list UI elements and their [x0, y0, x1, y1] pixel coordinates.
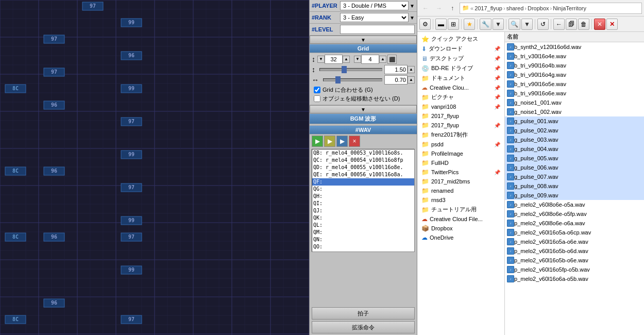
sidebar-tree-item[interactable]: ⭐クイック アクセス: [417, 34, 504, 44]
wav-list-item[interactable]: QG:: [312, 186, 414, 193]
sidebar-tree-item[interactable]: 📦Dropbox: [417, 224, 504, 233]
file-list-item[interactable]: ♪b_tri_v30l16o4e.wav: [505, 52, 644, 61]
file-list-item[interactable]: ♪b_tri_v90l16o6e.wav: [505, 89, 644, 98]
sidebar-tree-item[interactable]: 📁ドキュメント📌: [417, 73, 504, 83]
player-select[interactable]: 3 - Double / PMS: [340, 1, 409, 10]
close-x-btn[interactable]: ✕: [606, 19, 618, 30]
file-list-item[interactable]: ♪g_pulse_002.wav: [505, 126, 644, 135]
copy-btn[interactable]: 🗐: [566, 19, 577, 30]
file-list-item[interactable]: ♪b_tri_v90l16o5e.wav: [505, 79, 644, 89]
file-list-item[interactable]: ♪g_pulse_004.wav: [505, 144, 644, 154]
slider1-track[interactable]: [319, 68, 382, 71]
file-list-item[interactable]: ♪p_melo2_v60l8o6e-o5a.wav: [505, 200, 644, 209]
grid-num2-input[interactable]: [361, 55, 379, 64]
sidebar-tree-item[interactable]: 🖥デスクトップ📌: [417, 54, 504, 63]
search-dropdown-btn[interactable]: ▼: [521, 19, 533, 30]
sidebar-tree-item[interactable]: 📁TwitterPics📌: [417, 167, 504, 177]
prev-btn[interactable]: ←: [553, 19, 565, 30]
wav-list-item[interactable]: QP:: [312, 250, 414, 252]
file-list-item[interactable]: ♪g_noise1_002.wav: [505, 107, 644, 116]
wav-list-item[interactable]: QO:: [312, 243, 414, 250]
file-list-item[interactable]: ♪b_tri_v90l16o4g.wav: [505, 70, 644, 79]
file-list-item[interactable]: ♪p_melo2_v60l8o6e-o5fp.wav: [505, 209, 644, 219]
address-bar[interactable]: 📁 « 2017_flyup › shared › Dropbox › Ninj…: [460, 3, 642, 14]
sidebar-tree-item[interactable]: 📁2017_flyup📌: [417, 121, 504, 130]
slider2-track[interactable]: [323, 78, 382, 81]
hyoshi-btn[interactable]: 拍子: [312, 307, 415, 320]
refresh-btn[interactable]: ↺: [537, 19, 549, 30]
wav-list-item[interactable]: QI:: [312, 200, 414, 207]
kakucho-btn[interactable]: 拡張命令: [312, 321, 415, 333]
rank-select[interactable]: 3 - Easy: [340, 13, 409, 22]
slider2-value-input[interactable]: [384, 75, 408, 85]
wav-list-item[interactable]: QL:: [312, 222, 414, 229]
wav-list[interactable]: QB: r_melo4_00053_v100l16o8s.QC: r_melo4…: [312, 149, 415, 252]
nav-up-btn[interactable]: ↑: [446, 2, 459, 14]
grid-fullscreen-btn[interactable]: ⬛: [387, 55, 397, 64]
sidebar-tree-item[interactable]: 📁psdd📌: [417, 140, 504, 149]
wav-list-item[interactable]: QK:: [312, 214, 414, 222]
vertical-move-checkbox[interactable]: [314, 95, 320, 102]
collapse-btn-top[interactable]: ▼: [310, 36, 417, 44]
collapse-btn-middle[interactable]: ▼: [310, 105, 417, 113]
file-list-item[interactable]: ♪g_pulse_005.wav: [505, 154, 644, 163]
file-list-item[interactable]: ♪g_pulse_003.wav: [505, 135, 644, 144]
sidebar-tree-item[interactable]: 📁renamed: [417, 186, 504, 195]
settings-btn[interactable]: ⚙: [419, 19, 431, 30]
wav-play-btn[interactable]: ▶: [336, 136, 348, 147]
wav-list-item[interactable]: QD: r_melo4_00055_v100l16o8e.: [312, 164, 414, 171]
file-list-item[interactable]: ♪g_pulse_008.wav: [505, 181, 644, 191]
sidebar-tree-item[interactable]: 💿BD-RE ドライブ📌: [417, 63, 504, 73]
grid-num2-up-btn[interactable]: ▲: [379, 56, 386, 63]
tools-btn2[interactable]: ▼: [493, 19, 504, 30]
slider1-value-input[interactable]: [384, 65, 408, 74]
grid-num1-up-btn[interactable]: ▲: [343, 56, 350, 63]
file-list-item[interactable]: ♪p_melo2_v60l16o5a-o6cp.wav: [505, 228, 644, 237]
sidebar-tree-item[interactable]: 📁rnsd3: [417, 195, 504, 205]
sidebar-tree[interactable]: ⭐クイック アクセス⬇ダウンロード📌🖥デスクトップ📌💿BD-RE ドライブ📌📁ド…: [417, 32, 505, 335]
slider2-thumb[interactable]: [335, 76, 341, 83]
wav-up-btn[interactable]: ▶: [324, 136, 335, 147]
view-btn1[interactable]: ▬: [435, 19, 447, 30]
grid-num2-down-btn[interactable]: ▼: [354, 56, 361, 63]
wav-delete-btn[interactable]: ×: [349, 136, 360, 147]
sidebar-tree-item[interactable]: 📁ProfileImage: [417, 149, 504, 158]
slider2-up-btn[interactable]: ▲: [408, 76, 415, 83]
file-list-item[interactable]: ♪g_pulse_009.wav: [505, 191, 644, 200]
wav-list-item[interactable]: QH:: [312, 193, 414, 200]
sidebar-tree-item[interactable]: 📁ピクチャ📌: [417, 92, 504, 102]
slider1-thumb[interactable]: [342, 66, 347, 73]
sidebar-tree-item[interactable]: ☁Creative Cloud File...: [417, 214, 504, 224]
nav-back-btn[interactable]: ←: [419, 2, 432, 14]
file-list-item[interactable]: ♪p_melo2_v60l16o6a-o5b.wav: [505, 274, 644, 283]
file-list-item[interactable]: ♪p_melo2_v60l16o5a-o6e.wav: [505, 237, 644, 246]
file-list-item[interactable]: ♪b_tri_v90l16o4b.wav: [505, 61, 644, 70]
grid-canvas[interactable]: [0, 0, 309, 335]
file-list-item[interactable]: ♪p_melo2_v60l8o6e-o6a.wav: [505, 219, 644, 228]
slider1-up-btn[interactable]: ▲: [408, 66, 415, 73]
sidebar-tree-item[interactable]: 📁FullHD: [417, 158, 504, 167]
file-list-item[interactable]: ♪g_noise1_001.wav: [505, 98, 644, 107]
wav-add-btn[interactable]: ▶: [312, 136, 323, 147]
wav-list-item[interactable]: QE: r_melo4_00056_v100l16o8a.: [312, 171, 414, 178]
tools-btn1[interactable]: 🔧: [480, 19, 492, 30]
file-list-item[interactable]: ♪p_melo2_v60l16o5b-o6e.wav: [505, 256, 644, 265]
sidebar-tree-item[interactable]: 📁2017_flyup: [417, 111, 504, 121]
sidebar-tree-item[interactable]: ☁Creative Clou...📌: [417, 83, 504, 92]
sidebar-tree-item[interactable]: 📁2017_mid2bms: [417, 177, 504, 186]
wav-list-item[interactable]: QC: r_melo4_00054_v100l16o8fp: [312, 157, 414, 164]
file-list-item[interactable]: ♪p_melo2_v60l16o5b-o6d.wav: [505, 246, 644, 256]
wav-list-item[interactable]: QB: r_melo4_00053_v100l16o8s.: [312, 149, 414, 157]
wav-list-item[interactable]: QM:: [312, 229, 414, 236]
nav-forward-btn[interactable]: →: [433, 2, 445, 14]
file-list-item[interactable]: ♪g_pulse_001.wav: [505, 116, 644, 126]
file-list[interactable]: ♪b_synth2_v120l16o6d.wav♪b_tri_v30l16o4e…: [505, 42, 644, 335]
file-list-item[interactable]: ♪g_pulse_007.wav: [505, 172, 644, 181]
wav-list-item[interactable]: QF:: [312, 178, 414, 186]
file-list-item[interactable]: ♪b_synth2_v120l16o6d.wav: [505, 42, 644, 52]
file-list-item[interactable]: ♪p_melo2_v60l16o5fp-o5b.wav: [505, 265, 644, 274]
sidebar-tree-item[interactable]: ☁OneDrive: [417, 233, 504, 242]
wav-list-item[interactable]: QN:: [312, 236, 414, 243]
close-red-btn[interactable]: ✕: [594, 19, 605, 30]
star-btn[interactable]: ★: [464, 19, 475, 30]
